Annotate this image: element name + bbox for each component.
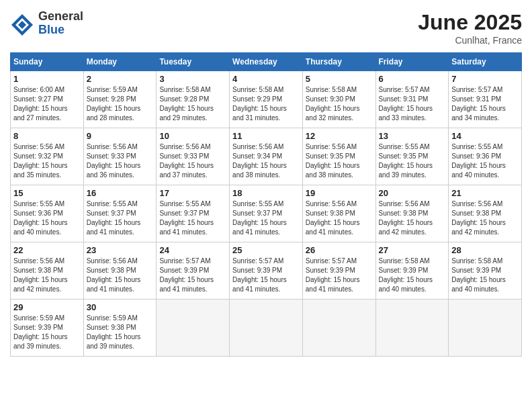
table-row: 22Sunrise: 5:56 AM Sunset: 9:38 PM Dayli… bbox=[11, 242, 84, 300]
day-number: 10 bbox=[159, 131, 226, 141]
day-number: 25 bbox=[232, 245, 300, 255]
header-thursday: Thursday bbox=[302, 53, 375, 71]
day-info: Sunrise: 5:56 AM Sunset: 9:35 PM Dayligh… bbox=[306, 142, 373, 180]
header-monday: Monday bbox=[83, 53, 157, 71]
table-row: 7Sunrise: 5:57 AM Sunset: 9:31 PM Daylig… bbox=[449, 71, 522, 128]
day-number: 3 bbox=[159, 74, 226, 84]
day-info: Sunrise: 5:55 AM Sunset: 9:37 PM Dayligh… bbox=[159, 199, 226, 237]
logo-general: General bbox=[38, 10, 83, 24]
day-number: 15 bbox=[13, 188, 81, 198]
title-section: June 2025 Cunlhat, France bbox=[418, 10, 522, 46]
day-number: 8 bbox=[13, 131, 81, 141]
logo-text: General Blue bbox=[38, 10, 83, 37]
day-info: Sunrise: 5:59 AM Sunset: 9:38 PM Dayligh… bbox=[87, 314, 154, 351]
day-info: Sunrise: 6:00 AM Sunset: 9:27 PM Dayligh… bbox=[13, 85, 81, 123]
header-friday: Friday bbox=[375, 53, 449, 71]
day-info: Sunrise: 5:57 AM Sunset: 9:31 PM Dayligh… bbox=[451, 85, 519, 123]
header-tuesday: Tuesday bbox=[157, 53, 230, 71]
table-row: 30Sunrise: 5:59 AM Sunset: 9:38 PM Dayli… bbox=[83, 300, 157, 357]
day-info: Sunrise: 5:58 AM Sunset: 9:39 PM Dayligh… bbox=[379, 257, 446, 294]
day-info: Sunrise: 5:56 AM Sunset: 9:38 PM Dayligh… bbox=[87, 257, 154, 294]
day-number: 19 bbox=[306, 188, 373, 198]
day-number: 1 bbox=[13, 74, 81, 84]
table-row: 19Sunrise: 5:56 AM Sunset: 9:38 PM Dayli… bbox=[302, 185, 375, 242]
header-sunday: Sunday bbox=[11, 53, 84, 71]
day-info: Sunrise: 5:56 AM Sunset: 9:33 PM Dayligh… bbox=[159, 142, 226, 180]
day-number: 21 bbox=[451, 188, 519, 198]
day-number: 12 bbox=[306, 131, 373, 141]
day-number: 6 bbox=[379, 74, 446, 84]
day-number: 16 bbox=[87, 188, 154, 198]
logo-icon bbox=[10, 13, 34, 37]
day-number: 30 bbox=[87, 302, 154, 312]
day-info: Sunrise: 5:57 AM Sunset: 9:39 PM Dayligh… bbox=[306, 257, 373, 294]
day-info: Sunrise: 5:59 AM Sunset: 9:28 PM Dayligh… bbox=[87, 85, 154, 123]
day-info: Sunrise: 5:58 AM Sunset: 9:39 PM Dayligh… bbox=[451, 257, 519, 294]
day-number: 2 bbox=[87, 74, 154, 84]
table-row: 25Sunrise: 5:57 AM Sunset: 9:39 PM Dayli… bbox=[230, 242, 303, 300]
day-number: 9 bbox=[87, 131, 154, 141]
table-row: 12Sunrise: 5:56 AM Sunset: 9:35 PM Dayli… bbox=[302, 128, 375, 185]
day-number: 26 bbox=[306, 245, 373, 255]
day-info: Sunrise: 5:56 AM Sunset: 9:38 PM Dayligh… bbox=[306, 199, 373, 237]
page-header: General Blue June 2025 Cunlhat, France bbox=[10, 10, 522, 46]
day-info: Sunrise: 5:55 AM Sunset: 9:36 PM Dayligh… bbox=[13, 199, 81, 237]
table-row: 24Sunrise: 5:57 AM Sunset: 9:39 PM Dayli… bbox=[157, 242, 230, 300]
table-row: 5Sunrise: 5:58 AM Sunset: 9:30 PM Daylig… bbox=[302, 71, 375, 128]
day-number: 13 bbox=[379, 131, 446, 141]
table-row: 29Sunrise: 5:59 AM Sunset: 9:39 PM Dayli… bbox=[11, 300, 84, 357]
day-info: Sunrise: 5:58 AM Sunset: 9:29 PM Dayligh… bbox=[232, 85, 300, 123]
day-number: 24 bbox=[159, 245, 226, 255]
day-info: Sunrise: 5:55 AM Sunset: 9:36 PM Dayligh… bbox=[451, 142, 519, 180]
day-info: Sunrise: 5:56 AM Sunset: 9:38 PM Dayligh… bbox=[451, 199, 519, 237]
day-info: Sunrise: 5:58 AM Sunset: 9:30 PM Dayligh… bbox=[306, 85, 373, 123]
table-row: 27Sunrise: 5:58 AM Sunset: 9:39 PM Dayli… bbox=[375, 242, 449, 300]
calendar: Sunday Monday Tuesday Wednesday Thursday… bbox=[10, 52, 522, 357]
location: Cunlhat, France bbox=[418, 35, 522, 46]
day-info: Sunrise: 5:59 AM Sunset: 9:39 PM Dayligh… bbox=[13, 314, 81, 351]
day-number: 27 bbox=[379, 245, 446, 255]
table-row: 2Sunrise: 5:59 AM Sunset: 9:28 PM Daylig… bbox=[83, 71, 157, 128]
day-number: 14 bbox=[451, 131, 519, 141]
table-row: 18Sunrise: 5:55 AM Sunset: 9:37 PM Dayli… bbox=[230, 185, 303, 242]
month-title: June 2025 bbox=[418, 10, 522, 35]
calendar-header-row: Sunday Monday Tuesday Wednesday Thursday… bbox=[11, 53, 522, 71]
table-row: 20Sunrise: 5:56 AM Sunset: 9:38 PM Dayli… bbox=[375, 185, 449, 242]
table-row bbox=[230, 300, 303, 357]
day-number: 11 bbox=[232, 131, 300, 141]
day-number: 29 bbox=[13, 302, 81, 312]
table-row: 14Sunrise: 5:55 AM Sunset: 9:36 PM Dayli… bbox=[449, 128, 522, 185]
header-wednesday: Wednesday bbox=[230, 53, 303, 71]
day-number: 22 bbox=[13, 245, 81, 255]
day-info: Sunrise: 5:56 AM Sunset: 9:38 PM Dayligh… bbox=[379, 199, 446, 237]
day-number: 7 bbox=[451, 74, 519, 84]
day-info: Sunrise: 5:55 AM Sunset: 9:37 PM Dayligh… bbox=[87, 199, 154, 237]
table-row: 10Sunrise: 5:56 AM Sunset: 9:33 PM Dayli… bbox=[157, 128, 230, 185]
table-row: 17Sunrise: 5:55 AM Sunset: 9:37 PM Dayli… bbox=[157, 185, 230, 242]
table-row: 15Sunrise: 5:55 AM Sunset: 9:36 PM Dayli… bbox=[11, 185, 84, 242]
table-row: 21Sunrise: 5:56 AM Sunset: 9:38 PM Dayli… bbox=[449, 185, 522, 242]
day-info: Sunrise: 5:56 AM Sunset: 9:34 PM Dayligh… bbox=[232, 142, 300, 180]
day-info: Sunrise: 5:56 AM Sunset: 9:33 PM Dayligh… bbox=[87, 142, 154, 180]
day-number: 17 bbox=[159, 188, 226, 198]
day-info: Sunrise: 5:58 AM Sunset: 9:28 PM Dayligh… bbox=[159, 85, 226, 123]
table-row: 16Sunrise: 5:55 AM Sunset: 9:37 PM Dayli… bbox=[83, 185, 157, 242]
day-number: 20 bbox=[379, 188, 446, 198]
table-row: 6Sunrise: 5:57 AM Sunset: 9:31 PM Daylig… bbox=[375, 71, 449, 128]
day-info: Sunrise: 5:57 AM Sunset: 9:31 PM Dayligh… bbox=[379, 85, 446, 123]
day-info: Sunrise: 5:57 AM Sunset: 9:39 PM Dayligh… bbox=[232, 257, 300, 294]
table-row bbox=[302, 300, 375, 357]
day-number: 4 bbox=[232, 74, 300, 84]
table-row: 4Sunrise: 5:58 AM Sunset: 9:29 PM Daylig… bbox=[230, 71, 303, 128]
day-info: Sunrise: 5:57 AM Sunset: 9:39 PM Dayligh… bbox=[159, 257, 226, 294]
day-info: Sunrise: 5:56 AM Sunset: 9:38 PM Dayligh… bbox=[13, 257, 81, 294]
day-number: 5 bbox=[306, 74, 373, 84]
table-row: 13Sunrise: 5:55 AM Sunset: 9:35 PM Dayli… bbox=[375, 128, 449, 185]
logo: General Blue bbox=[10, 10, 83, 40]
day-number: 23 bbox=[87, 245, 154, 255]
day-info: Sunrise: 5:55 AM Sunset: 9:37 PM Dayligh… bbox=[232, 199, 300, 237]
table-row: 3Sunrise: 5:58 AM Sunset: 9:28 PM Daylig… bbox=[157, 71, 230, 128]
table-row: 11Sunrise: 5:56 AM Sunset: 9:34 PM Dayli… bbox=[230, 128, 303, 185]
table-row: 26Sunrise: 5:57 AM Sunset: 9:39 PM Dayli… bbox=[302, 242, 375, 300]
table-row: 9Sunrise: 5:56 AM Sunset: 9:33 PM Daylig… bbox=[83, 128, 157, 185]
